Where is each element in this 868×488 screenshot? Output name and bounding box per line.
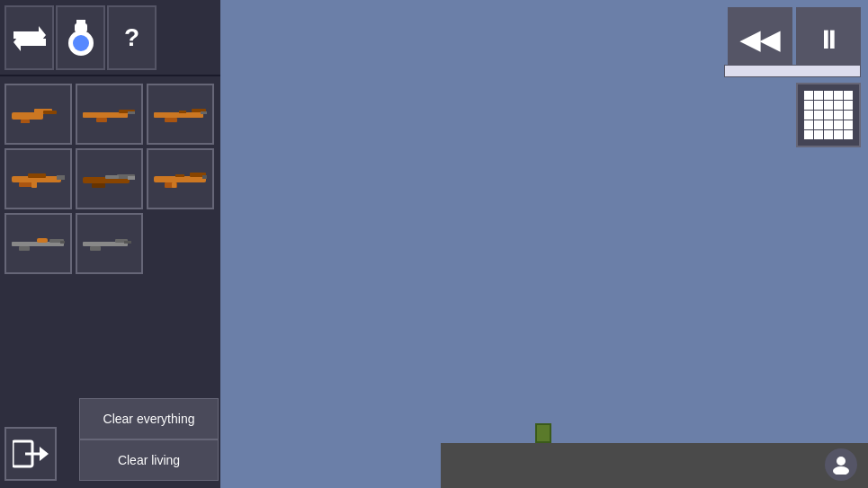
pause-button[interactable]: ⏸ xyxy=(796,7,861,72)
clear-everything-button[interactable]: Clear everything xyxy=(79,398,219,439)
svg-rect-5 xyxy=(75,23,87,32)
weapon-slot-shotgun[interactable] xyxy=(76,148,143,209)
weapon-slot-pistol[interactable] xyxy=(4,84,72,145)
svg-rect-23 xyxy=(31,182,37,188)
svg-rect-16 xyxy=(165,118,177,122)
weapon-slot-assault[interactable] xyxy=(147,148,214,209)
weapon-slot-machinegun[interactable] xyxy=(4,148,72,209)
svg-rect-8 xyxy=(21,120,30,123)
svg-rect-28 xyxy=(105,175,119,179)
character xyxy=(535,423,551,443)
rewind-button[interactable]: ◀◀ xyxy=(728,7,792,72)
help-icon: ? xyxy=(124,23,139,52)
weapon-slot-carbine[interactable] xyxy=(76,213,143,274)
ground xyxy=(441,443,868,488)
clear-living-button[interactable]: Clear living xyxy=(79,439,219,481)
svg-rect-26 xyxy=(92,183,105,188)
weapon-grid xyxy=(0,79,220,279)
svg-point-48 xyxy=(833,466,849,475)
rewind-icon: ◀◀ xyxy=(740,25,780,55)
svg-point-47 xyxy=(837,457,846,466)
bottom-area: Clear everything Clear living xyxy=(0,398,220,488)
svg-rect-18 xyxy=(179,111,186,113)
weapon-slot-sniper[interactable] xyxy=(4,213,72,274)
svg-rect-42 xyxy=(90,246,101,251)
help-button[interactable]: ? xyxy=(107,5,157,70)
sidebar: ? xyxy=(0,0,220,488)
svg-rect-34 xyxy=(172,182,176,188)
svg-rect-9 xyxy=(43,111,57,114)
svg-rect-32 xyxy=(202,175,207,179)
svg-rect-20 xyxy=(28,173,46,178)
svg-rect-37 xyxy=(19,246,30,251)
context-menu: Clear everything Clear living xyxy=(79,398,219,481)
progress-bar-container xyxy=(724,65,861,77)
svg-rect-17 xyxy=(201,111,207,114)
person-button[interactable] xyxy=(825,448,857,481)
svg-rect-29 xyxy=(154,176,206,182)
pause-icon: ⏸ xyxy=(816,25,841,55)
svg-rect-21 xyxy=(19,182,33,187)
svg-rect-38 xyxy=(60,241,65,244)
svg-rect-39 xyxy=(37,238,48,243)
swap-button[interactable] xyxy=(4,5,54,70)
svg-rect-14 xyxy=(154,112,203,118)
weapon-slot-rifle1[interactable] xyxy=(76,84,143,145)
weapon-slot-rifle2[interactable] xyxy=(147,84,214,145)
svg-rect-13 xyxy=(128,111,135,114)
svg-rect-22 xyxy=(57,175,65,180)
svg-rect-12 xyxy=(96,118,107,122)
exit-button[interactable] xyxy=(4,427,57,481)
svg-marker-46 xyxy=(40,447,49,461)
svg-point-4 xyxy=(73,35,89,51)
svg-rect-27 xyxy=(128,176,135,180)
potion-button[interactable] xyxy=(56,5,105,70)
svg-rect-43 xyxy=(124,241,131,244)
svg-rect-33 xyxy=(175,174,184,177)
progress-bar xyxy=(725,66,860,76)
grid-icon xyxy=(804,91,853,139)
toolbar: ? xyxy=(0,0,220,76)
grid-toggle-button[interactable] xyxy=(796,83,861,147)
